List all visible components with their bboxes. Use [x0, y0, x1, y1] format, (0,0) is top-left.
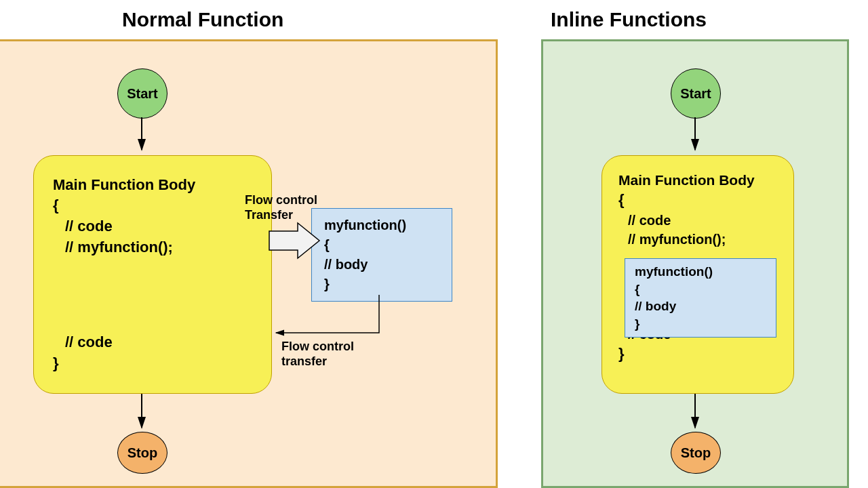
func-brace-close-r: }	[635, 315, 766, 333]
func-body: // body	[324, 255, 439, 274]
brace-close-r: }	[618, 344, 780, 365]
brace-open-r: {	[618, 190, 780, 211]
stop-node-right: Stop	[671, 432, 721, 474]
title-inline-functions: Inline Functions	[551, 8, 707, 31]
start-label: Start	[127, 86, 158, 102]
code-line-1: // code	[53, 216, 252, 237]
main-header-r: Main Function Body	[618, 172, 780, 188]
start-node-left: Start	[117, 68, 167, 119]
call-line-r: // myfunction();	[618, 230, 780, 249]
anno-flow-back: Flow control transfer	[281, 340, 363, 369]
stop-node-left: Stop	[117, 432, 167, 474]
panel-normal: Start Main Function Body { // code // my…	[0, 39, 498, 488]
func-brace-open: {	[324, 235, 439, 255]
func-brace-open-r: {	[635, 281, 766, 298]
code-line-1-r: // code	[618, 211, 780, 230]
main-body-left: Main Function Body { // code // myfuncti…	[33, 155, 272, 394]
func-brace-close: }	[324, 274, 439, 294]
func-name-r: myfunction()	[635, 263, 766, 281]
main-header: Main Function Body	[53, 176, 252, 194]
title-normal-function: Normal Function	[122, 8, 283, 31]
func-box-right: myfunction() { // body }	[625, 258, 776, 338]
func-name: myfunction()	[324, 216, 439, 235]
stop-label: Stop	[127, 445, 157, 461]
code-line-2: // code	[53, 332, 252, 353]
stop-label-r: Stop	[681, 445, 711, 461]
anno-flow-out: Flow control Transfer	[245, 193, 319, 222]
start-node-right: Start	[671, 68, 721, 119]
call-line: // myfunction();	[53, 237, 252, 258]
func-body-r: // body	[635, 298, 766, 315]
panel-inline: Start Main Function Body { // code // my…	[541, 39, 849, 488]
func-box-left: myfunction() { // body }	[311, 208, 452, 302]
brace-close: }	[53, 353, 252, 374]
brace-open: {	[53, 195, 252, 216]
start-label-r: Start	[680, 86, 711, 102]
